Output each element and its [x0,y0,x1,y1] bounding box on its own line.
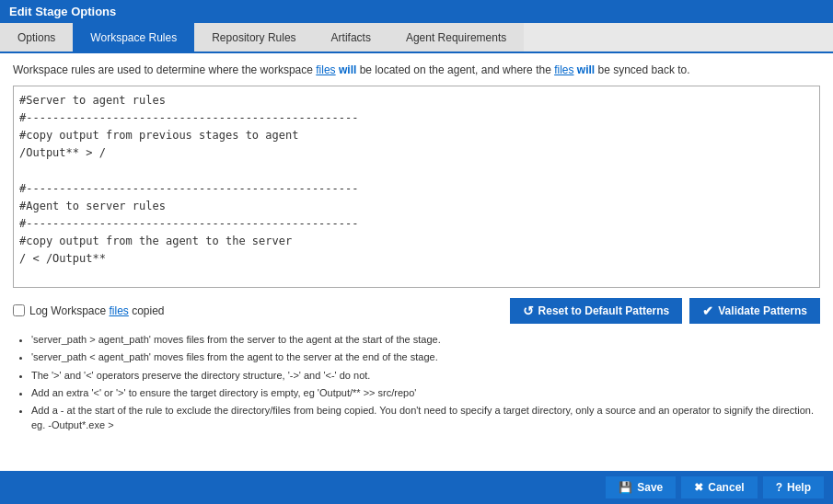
bullet-1: 'server_path > agent_path' moves files f… [31,333,820,347]
title-bar: Edit Stage Options [0,0,833,23]
bullet-3: The '>' and '<' operators preserve the d… [31,369,820,383]
actions-row: Log Workspace files copied ↺ Reset to De… [13,298,820,324]
log-checkbox-label: Log Workspace files copied [13,304,503,317]
bullet-5: Add a - at the start of the rule to excl… [31,404,820,432]
log-checkbox[interactable] [13,304,25,316]
tab-artifacts[interactable]: Artifacts [314,23,388,52]
files-link-2[interactable]: files [554,63,573,76]
validate-button[interactable]: ✔ Validate Patterns [689,298,820,324]
validate-icon: ✔ [702,304,713,318]
tab-agent-requirements[interactable]: Agent Requirements [388,23,524,52]
help-bullets: 'server_path > agent_path' moves files f… [13,333,820,432]
bullet-4: Add an extra '<' or '>' to ensure the ta… [31,386,820,400]
tab-workspace-rules[interactable]: Workspace Rules [73,23,194,52]
bullet-2: 'server_path < agent_path' moves files f… [31,350,820,364]
main-content: Workspace rules are used to determine wh… [0,53,833,498]
reset-icon: ↺ [523,304,534,318]
reset-button[interactable]: ↺ Reset to Default Patterns [510,298,683,324]
bottom-bar: 💾 Save ✖ Cancel ? Help [0,471,833,504]
save-icon: 💾 [619,481,632,494]
workspace-rules-editor[interactable]: #Server to agent rules #----------------… [13,86,820,288]
cancel-button[interactable]: ✖ Cancel [681,476,757,498]
save-button[interactable]: 💾 Save [606,476,676,498]
editor-wrapper: #Server to agent rules #----------------… [13,86,820,291]
help-button[interactable]: ? Help [763,476,824,498]
files-link-log[interactable]: files [110,304,129,317]
tab-repository-rules[interactable]: Repository Rules [194,23,313,52]
description-text: Workspace rules are used to determine wh… [13,63,820,78]
tab-options[interactable]: Options [0,23,73,52]
tabs-container: Options Workspace Rules Repository Rules… [0,23,833,53]
help-icon: ? [776,481,782,494]
cancel-icon: ✖ [694,481,703,494]
files-link-1[interactable]: files [316,63,335,76]
title-text: Edit Stage Options [9,5,116,18]
dialog-container: Edit Stage Options Options Workspace Rul… [0,0,833,504]
